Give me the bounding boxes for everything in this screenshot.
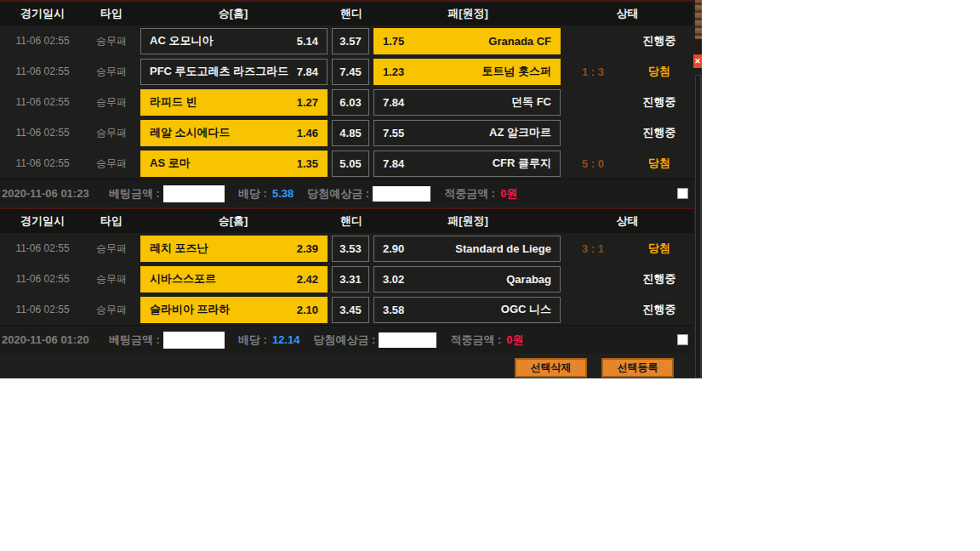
draw-odds-cell: 3.57 [332,28,369,54]
away-odds: 7.55 [383,127,404,139]
match-row: 11-06 02:55승무패슬라비아 프라하2.103.453.58OGC 니스… [0,294,693,325]
match-status: 당첨 [625,156,693,171]
hit-amount-label: 적중금액 : [444,186,495,202]
home-team-name: 슬라비아 프라하 [150,302,231,317]
match-row: 11-06 02:55승무패시바스스포르2.423.313.02Qarabag진… [0,264,693,294]
home-pick-cell: AC 오모니아5.14 [140,28,328,54]
col-header-status: 상태 [561,213,693,229]
hit-amount-value: 0원 [500,186,517,202]
table-header-row: 경기일시타입승[홈]핸디패[원정]상태 [0,0,693,26]
home-team-name: PFC 루도고레츠 라즈그라드 [150,64,288,79]
draw-odds-cell: 4.85 [332,120,369,146]
bet-amount-label: 베팅금액 : [109,186,160,202]
slip-summary-2: 2020-11-06 01:20 베팅금액 : 배당 : 12.14 당첨예상금… [0,325,693,354]
bet-type: 승무패 [85,95,138,110]
col-header-home-win: 승[홈] [138,6,328,21]
match-status: 진행중 [625,94,693,110]
bet-type: 승무패 [85,126,138,140]
match-row: 11-06 02:55승무패AS 로마1.355.057.84CFR 클루지5 … [0,148,693,179]
betting-history-panel: 경기일시타입승[홈]핸디패[원정]상태 11-06 02:55승무패AC 오모니… [0,0,702,378]
odds-label: 배당 : [238,186,267,202]
away-odds: 2.90 [383,242,404,255]
match-row: 11-06 02:55승무패레치 포즈난2.393.532.90Standard… [0,233,693,264]
match-rows: 11-06 02:55승무패AC 오모니아5.143.571.75Granada… [0,26,693,179]
scrollbar-track[interactable] [695,75,701,378]
home-pick-cell: 라피드 빈1.27 [140,89,328,116]
match-status: 당첨 [625,64,693,79]
away-team-name: 토트넘 홋스퍼 [481,64,551,79]
select-slip-checkbox[interactable] [677,334,688,345]
slip-datetime: 2020-11-06 01:20 [2,333,95,346]
home-odds: 2.39 [297,242,318,255]
away-pick-cell: 1.23토트넘 홋스퍼 [373,59,561,85]
away-pick-cell: 1.75Granada CF [373,28,561,54]
home-pick-cell: PFC 루도고레츠 라즈그라드7.84 [140,59,328,85]
away-pick-cell: 2.90Standard de Liege [373,236,561,262]
home-team-name: AS 로마 [150,156,191,171]
bet-type: 승무패 [85,34,138,48]
match-rows: 11-06 02:55승무패레치 포즈난2.393.532.90Standard… [0,233,693,325]
match-datetime: 11-06 02:55 [0,65,85,77]
away-odds: 3.58 [383,304,404,316]
bet-type: 승무패 [85,156,138,171]
home-team-name: 시바스스포르 [150,271,216,287]
home-team-name: AC 오모니아 [150,33,213,48]
col-header-handicap: 핸디 [328,6,374,21]
away-pick-cell: 7.84CFR 클루지 [373,151,561,177]
away-team-name: AZ 알크마르 [489,125,551,140]
home-odds: 2.42 [297,273,318,286]
bet-type: 승무패 [85,241,138,256]
home-odds: 7.84 [297,65,318,78]
select-slip-checkbox[interactable] [677,188,688,199]
col-header-type: 타입 [85,6,138,21]
bet-slip-section-2: 경기일시타입승[홈]핸디패[원정]상태 11-06 02:55승무패레치 포즈난… [0,207,693,354]
home-odds: 1.35 [297,157,318,170]
away-odds: 1.75 [383,35,404,48]
away-team-name: Standard de Liege [455,242,551,255]
home-pick-cell: AS 로마1.35 [140,151,328,177]
match-datetime: 11-06 02:55 [0,96,85,108]
scrollbar-thumb[interactable] [695,0,702,39]
col-header-away-lose: 패[원정] [374,6,561,21]
expected-win-label: 당첨예상금 : [307,186,369,202]
home-odds: 1.46 [297,127,318,139]
match-row: 11-06 02:55승무패AC 오모니아5.143.571.75Granada… [0,26,693,56]
away-team-name: OGC 니스 [501,302,551,317]
col-header-handicap: 핸디 [328,213,374,229]
bet-amount-label: 베팅금액 : [109,332,160,348]
redacted-expected-amount [379,332,436,348]
alert-badge-icon[interactable]: ✕ [693,54,702,68]
delete-selection-button[interactable]: 선택삭제 [515,358,587,378]
match-row: 11-06 02:55승무패라피드 빈1.276.037.84던독 FC진행중 [0,87,693,117]
expected-win-label: 당첨예상금 : [313,332,375,348]
col-header-status: 상태 [561,6,693,21]
col-header-datetime: 경기일시 [0,213,85,229]
home-team-name: 라피드 빈 [150,94,197,110]
home-odds: 2.10 [297,304,318,316]
match-datetime: 11-06 02:55 [0,273,85,285]
away-odds: 7.84 [383,96,404,109]
match-score: 3 : 1 [561,242,625,255]
col-header-type: 타입 [85,213,138,229]
hit-amount-value: 0원 [506,332,523,348]
match-row: 11-06 02:55승무패PFC 루도고레츠 라즈그라드7.847.451.2… [0,56,693,87]
bet-type: 승무패 [85,303,138,317]
table-header-row: 경기일시타입승[홈]핸디패[원정]상태 [0,207,693,233]
register-selection-button[interactable]: 선택등록 [601,358,674,378]
draw-odds-cell: 5.05 [332,151,369,177]
draw-odds-cell: 3.53 [332,236,369,262]
action-button-row: 선택삭제 선택등록 [0,354,693,378]
draw-odds-cell: 3.31 [332,266,369,293]
home-odds: 1.27 [297,96,318,109]
away-team-name: 던독 FC [511,94,551,110]
match-status: 진행중 [625,302,693,317]
right-scrollbar: ✕ [695,0,702,378]
panel-content: 경기일시타입승[홈]핸디패[원정]상태 11-06 02:55승무패AC 오모니… [0,0,693,378]
home-pick-cell: 시바스스포르2.42 [140,266,328,293]
away-pick-cell: 3.58OGC 니스 [373,297,561,323]
total-odds-value: 12.14 [272,333,300,346]
away-team-name: Qarabag [506,273,551,286]
bet-slip-section-1: 경기일시타입승[홈]핸디패[원정]상태 11-06 02:55승무패AC 오모니… [0,0,693,207]
redacted-bet-amount [163,332,225,349]
home-team-name: 레치 포즈난 [150,241,208,256]
